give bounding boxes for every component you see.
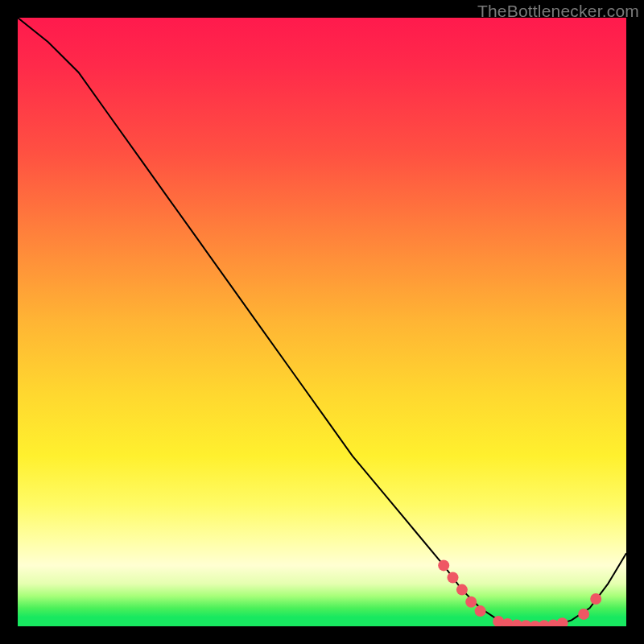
chart-plot-area — [18, 18, 626, 626]
chart-marker — [557, 617, 568, 626]
chart-marker — [475, 605, 486, 617]
chart-overlay-svg — [18, 18, 626, 626]
chart-marker — [456, 584, 468, 596]
chart-marker — [590, 593, 601, 605]
chart-marker — [448, 572, 459, 584]
chart-curve — [18, 18, 626, 626]
chart-marker — [438, 559, 449, 571]
watermark-text: TheBottlenecker.com — [477, 2, 639, 21]
chart-marker — [465, 597, 477, 608]
chart-frame: TheBottlenecker.com — [0, 0, 644, 644]
chart-marker — [578, 609, 589, 620]
